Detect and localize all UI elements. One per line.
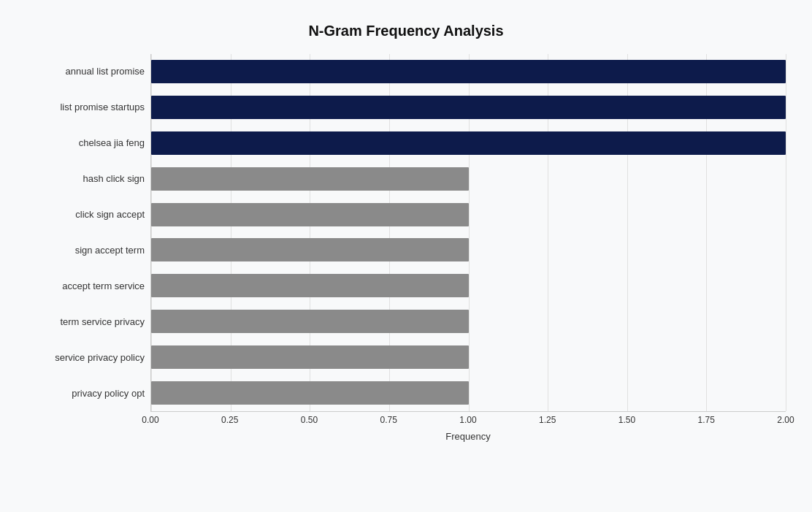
bar-row [151,341,786,373]
x-tick-label: 2.00 [774,415,797,425]
bar-row [151,127,786,159]
y-label: privacy policy opt [26,388,145,400]
x-tick-label: 1.75 [694,415,718,425]
y-label: service privacy policy [26,352,145,364]
bar-row [151,377,786,409]
chart-container: N-Gram Frequency Analysis annual list pr… [12,8,800,505]
bar-row [151,163,786,195]
y-labels: annual list promiselist promise startups… [26,54,150,412]
x-tick-label: 0.25 [218,415,242,425]
x-axis-area: 0.000.250.500.751.001.251.501.752.00 Fre… [26,412,786,442]
bar-row [151,234,786,266]
bar [151,60,786,83]
y-label: term service privacy [26,316,145,328]
y-label: chelsea jia feng [26,137,145,149]
bar [151,131,786,155]
x-tick-label: 1.00 [456,415,480,425]
bar-row [151,270,786,302]
bar-row [151,91,786,123]
bar [151,96,786,119]
x-tick-label: 0.50 [298,415,321,425]
bar [151,167,469,191]
plot-area [150,54,786,412]
x-tick-label: 1.25 [536,415,559,425]
bar [151,345,469,369]
y-label: annual list promise [26,66,145,77]
bar [151,381,469,405]
bar [151,203,469,226]
chart-title: N-Gram Frequency Analysis [26,23,786,39]
chart-area: annual list promiselist promise startups… [26,54,786,412]
x-axis-title: Frequency [150,431,786,442]
bar-row [151,56,786,88]
y-label: hash click sign [26,173,145,185]
bar [151,238,469,261]
bar [151,310,469,333]
y-label: sign accept term [26,245,145,256]
bar [151,274,469,297]
y-label: list promise startups [26,102,145,113]
x-tick-label: 0.00 [139,415,162,425]
y-label: accept term service [26,280,145,292]
bar-row [151,199,786,231]
bar-row [151,305,786,337]
y-label: click sign accept [26,209,145,221]
x-tick-label: 1.50 [616,415,639,425]
x-tick-label: 0.75 [377,415,400,425]
